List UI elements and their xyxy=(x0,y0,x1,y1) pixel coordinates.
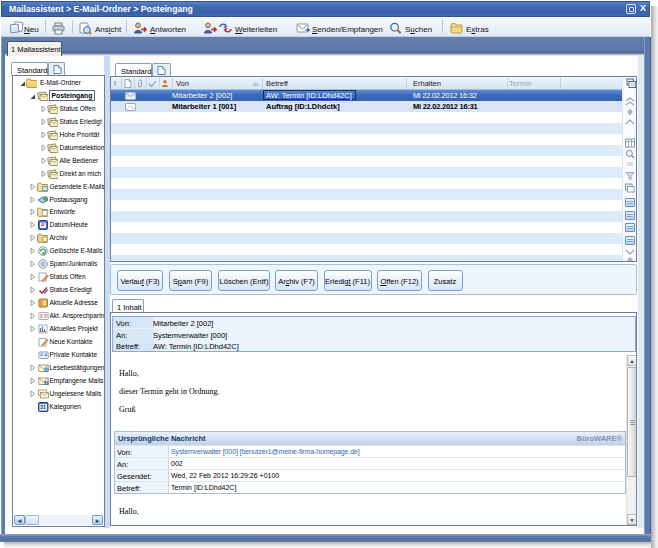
svg-text:31: 31 xyxy=(40,404,46,410)
